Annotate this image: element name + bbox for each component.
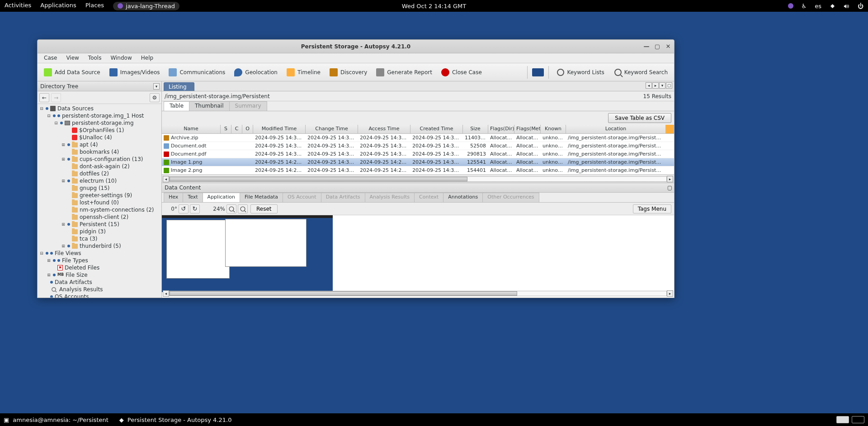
- save-csv-button[interactable]: Save Table as CSV: [608, 113, 671, 123]
- content-tab-application[interactable]: Application: [203, 193, 240, 202]
- tree-settings-button[interactable]: ⚙: [150, 93, 160, 102]
- directory-tree[interactable]: ⊟Data Sources⊟persistent-storage.img_1 H…: [38, 104, 161, 298]
- expand-toggle[interactable]: ⊞: [61, 142, 66, 147]
- col-overflow-indicator[interactable]: [666, 125, 674, 133]
- col-known[interactable]: Known: [541, 125, 566, 133]
- table-row[interactable]: Archive.zip 2024-09-25 14:30:11 UTC 2024…: [162, 134, 674, 142]
- col-atime[interactable]: Access Time: [358, 125, 410, 133]
- menu-help[interactable]: Help: [137, 53, 158, 63]
- tree-forward-button[interactable]: →: [51, 93, 61, 102]
- tab-dropdown-button[interactable]: ▾: [659, 82, 665, 89]
- col-o[interactable]: O: [242, 125, 253, 133]
- tree-node[interactable]: ⊞Persistent (15): [38, 221, 161, 228]
- workspace-switcher[interactable]: [836, 416, 864, 423]
- col-s[interactable]: S: [221, 125, 231, 133]
- timeline-button[interactable]: Timeline: [283, 66, 324, 78]
- tree-node[interactable]: bookmarks (4): [38, 148, 161, 156]
- content-tab-analysis-results[interactable]: Analysis Results: [365, 193, 415, 202]
- task-autopsy[interactable]: ◆ Persistent Storage - Autopsy 4.21.0: [119, 417, 232, 423]
- content-collapse-button[interactable]: ▢: [667, 185, 672, 191]
- clock[interactable]: Wed Oct 2 14:14 GMT: [402, 3, 466, 9]
- tree-node[interactable]: greeter-settings (9): [38, 192, 161, 199]
- expand-toggle[interactable]: ⊞: [47, 273, 51, 277]
- discovery-button[interactable]: Discovery: [326, 66, 371, 78]
- titlebar[interactable]: Persistent Storage - Autopsy 4.21.0 — ▢ …: [38, 40, 674, 53]
- summary-view-tab[interactable]: Summary: [229, 101, 267, 111]
- tree-node[interactable]: dotfiles (2): [38, 170, 161, 177]
- tree-node[interactable]: dont-ask-again (2): [38, 163, 161, 170]
- col-name[interactable]: Name: [162, 125, 221, 133]
- col-flagsdir[interactable]: Flags(Dir): [488, 125, 514, 133]
- tree-node[interactable]: tca (3): [38, 235, 161, 242]
- volume-icon[interactable]: 🔊︎: [844, 3, 849, 9]
- tree-node[interactable]: ⊟persistent-storage.img: [38, 119, 161, 127]
- menu-window[interactable]: Window: [106, 53, 136, 63]
- rotate-ccw-button[interactable]: ↺: [179, 204, 189, 213]
- rotate-cw-button[interactable]: ↻: [190, 204, 200, 213]
- col-location[interactable]: Location: [566, 125, 666, 133]
- expand-toggle[interactable]: ⊟: [39, 106, 44, 111]
- tree-node[interactable]: Data Artifacts: [38, 279, 161, 286]
- zoom-out-button[interactable]: [226, 204, 236, 213]
- focused-app-indicator[interactable]: java-lang-Thread: [113, 2, 179, 10]
- power-icon[interactable]: ⏻: [858, 3, 863, 9]
- expand-toggle[interactable]: ⊞: [47, 258, 51, 263]
- hscroll-right[interactable]: ▸: [667, 176, 673, 182]
- tree-node[interactable]: pidgin (3): [38, 228, 161, 235]
- reset-view-button[interactable]: Reset: [250, 204, 278, 213]
- close-case-button[interactable]: Close Case: [438, 66, 486, 78]
- col-mtime[interactable]: Modified Time: [253, 125, 306, 133]
- geolocation-button[interactable]: Geolocation: [231, 66, 281, 78]
- tab-next-button[interactable]: ▸: [652, 82, 659, 89]
- expand-toggle[interactable]: ⊞: [61, 157, 66, 161]
- table-row[interactable]: Image 1.png 2024-09-25 14:28:45 UTC 2024…: [162, 158, 674, 166]
- activities[interactable]: Activities: [5, 2, 31, 10]
- notifications-icon[interactable]: [532, 68, 544, 76]
- tree-node[interactable]: Analysis Results: [38, 286, 161, 293]
- tree-node[interactable]: ⊟Data Sources: [38, 105, 161, 112]
- table-view-tab[interactable]: Table: [164, 101, 189, 111]
- menu-tools[interactable]: Tools: [84, 53, 106, 63]
- table-row[interactable]: Image 2.png 2024-09-25 14:29:10 UTC 2024…: [162, 166, 674, 175]
- tags-menu-button[interactable]: Tags Menu: [633, 204, 671, 213]
- tree-node[interactable]: ⊟File Views: [38, 250, 161, 257]
- expand-toggle[interactable]: ⊞: [61, 244, 66, 248]
- network-icon[interactable]: ⯁: [830, 3, 835, 9]
- expand-toggle[interactable]: ⊟: [54, 121, 58, 125]
- table-row[interactable]: Document.pdf 2024-09-25 14:34:04 UTC 202…: [162, 150, 674, 158]
- content-tab-context[interactable]: Context: [414, 193, 443, 202]
- maximize-button[interactable]: ▢: [654, 43, 660, 50]
- close-button[interactable]: ✕: [665, 43, 671, 50]
- tree-node[interactable]: ⊞apt (4): [38, 141, 161, 148]
- tab-maximize-button[interactable]: ▢: [666, 82, 672, 89]
- keyboard-layout[interactable]: es: [815, 3, 821, 9]
- image-preview[interactable]: ◂ ▸: [162, 215, 674, 298]
- keyword-search-button[interactable]: Keyword Search: [611, 67, 671, 78]
- tree-node[interactable]: ⊞cups-configuration (13): [38, 156, 161, 163]
- expand-toggle[interactable]: ⊞: [61, 179, 66, 183]
- tree-node[interactable]: ✖Deleted Files: [38, 264, 161, 271]
- content-tab-other-occurrences[interactable]: Other Occurrences: [482, 193, 539, 202]
- tree-node[interactable]: lost+found (0): [38, 199, 161, 206]
- communications-button[interactable]: Communications: [165, 66, 229, 78]
- hscroll-left[interactable]: ◂: [163, 176, 169, 182]
- file-table-header[interactable]: Name S C O Modified Time Change Time Acc…: [162, 125, 674, 134]
- content-tab-file-metadata[interactable]: File Metadata: [240, 193, 283, 202]
- minimize-button[interactable]: —: [643, 43, 650, 50]
- tor-status-icon[interactable]: [788, 3, 793, 9]
- applications-menu[interactable]: Applications: [40, 2, 76, 10]
- tree-node[interactable]: ⊞MBFile Size: [38, 271, 161, 279]
- table-row[interactable]: Document.odt 2024-09-25 14:35:07 UTC 202…: [162, 142, 674, 150]
- col-ctime[interactable]: Change Time: [306, 125, 358, 133]
- expand-toggle[interactable]: ⊞: [61, 222, 66, 227]
- content-tab-data-artifacts[interactable]: Data Artifacts: [321, 193, 365, 202]
- menu-view[interactable]: View: [61, 53, 83, 63]
- tree-node[interactable]: ⊞thunderbird (5): [38, 242, 161, 250]
- content-tab-hex[interactable]: Hex: [164, 193, 183, 202]
- tree-node[interactable]: openssh-client (2): [38, 213, 161, 221]
- content-tab-os-account[interactable]: OS Account: [283, 193, 321, 202]
- add-data-source-button[interactable]: Add Data Source: [40, 66, 104, 78]
- keyword-lists-button[interactable]: Keyword Lists: [553, 67, 608, 78]
- menu-case[interactable]: Case: [39, 53, 61, 63]
- table-hscrollbar[interactable]: ◂ ▸: [162, 175, 674, 183]
